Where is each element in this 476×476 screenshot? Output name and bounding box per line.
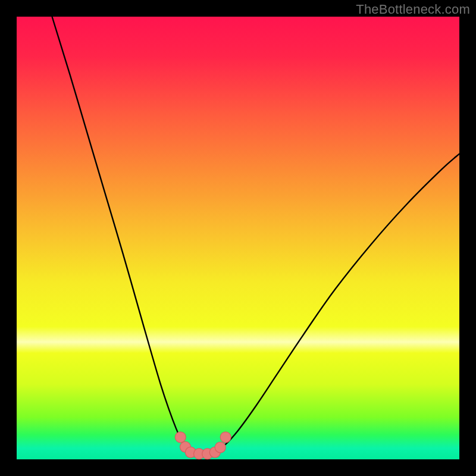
marker-dot (175, 432, 186, 443)
chart-svg (17, 17, 459, 459)
bottleneck-curve-path (52, 17, 459, 454)
marker-dot (215, 442, 226, 453)
chart-frame: TheBottleneck.com (0, 0, 476, 476)
marker-dot (220, 432, 231, 443)
marker-group (175, 432, 231, 459)
bottleneck-curve (52, 17, 459, 454)
watermark-text: TheBottleneck.com (356, 2, 470, 17)
plot-area (17, 17, 459, 459)
